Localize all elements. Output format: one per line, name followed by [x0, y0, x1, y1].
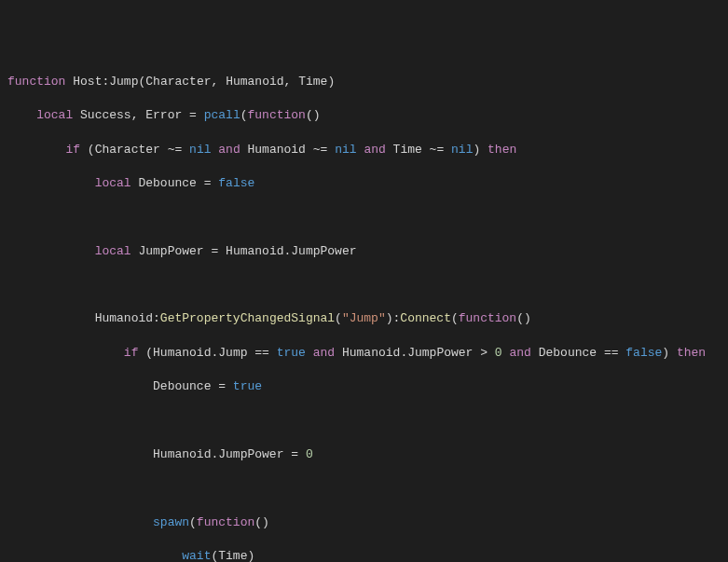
code-line: local JumpPower = Humanoid.JumpPower	[7, 243, 721, 260]
code-editor[interactable]: function Host:Jump(Character, Humanoid, …	[7, 74, 721, 562]
code-line: function Host:Jump(Character, Humanoid, …	[7, 74, 721, 90]
code-line: if (Humanoid.Jump == true and Humanoid.J…	[7, 345, 721, 362]
code-line	[7, 413, 721, 430]
code-line: if (Character ~= nil and Humanoid ~= nil…	[7, 142, 721, 158]
code-line: local Success, Error = pcall(function()	[7, 107, 721, 124]
code-line: Humanoid:GetPropertyChangedSignal("Jump"…	[7, 310, 721, 327]
code-line: wait(Time)	[7, 548, 721, 562]
code-line: Debounce = true	[7, 378, 721, 395]
code-line: local Debounce = false	[7, 175, 721, 192]
code-line	[7, 209, 721, 226]
code-line	[7, 480, 721, 497]
code-line	[7, 277, 721, 294]
code-line: spawn(function()	[7, 514, 721, 531]
code-line: Humanoid.JumpPower = 0	[7, 446, 721, 463]
